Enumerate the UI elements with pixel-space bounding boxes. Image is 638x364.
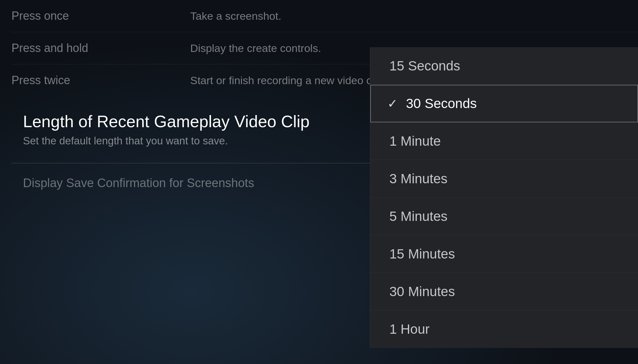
dropdown-item-5-minutes[interactable]: 5 Minutes <box>370 198 638 235</box>
checkmark-icon: ✓ <box>387 97 398 111</box>
dropdown-item-label: 1 Hour <box>389 322 430 337</box>
dropdown-item-label: 30 Seconds <box>406 96 477 111</box>
dropdown-item-label: 30 Minutes <box>389 284 455 299</box>
dropdown-item-1-minute[interactable]: 1 Minute <box>370 122 638 160</box>
press-hold-label: Press and hold <box>11 41 190 55</box>
dropdown-item-3-minutes[interactable]: 3 Minutes <box>370 160 638 198</box>
dropdown-menu: 15 Seconds✓30 Seconds1 Minute3 Minutes5 … <box>370 47 638 348</box>
dropdown-item-label: 5 Minutes <box>389 209 447 224</box>
dropdown-item-1-hour[interactable]: 1 Hour <box>370 310 638 348</box>
dropdown-item-label: 15 Seconds <box>389 58 460 74</box>
dropdown-item-30-seconds[interactable]: ✓30 Seconds <box>370 85 638 122</box>
dropdown-item-15-minutes[interactable]: 15 Minutes <box>370 235 638 273</box>
press-once-row: Press once Take a screenshot. <box>11 0 638 32</box>
press-once-description: Take a screenshot. <box>190 9 638 23</box>
dropdown-item-label: 15 Minutes <box>389 246 455 262</box>
press-twice-label: Press twice <box>11 73 190 87</box>
dropdown-item-15-seconds[interactable]: 15 Seconds <box>370 47 638 85</box>
dropdown-item-30-minutes[interactable]: 30 Minutes <box>370 273 638 310</box>
dropdown-item-label: 1 Minute <box>389 134 441 149</box>
dropdown-item-label: 3 Minutes <box>389 171 447 186</box>
press-once-label: Press once <box>11 9 190 23</box>
